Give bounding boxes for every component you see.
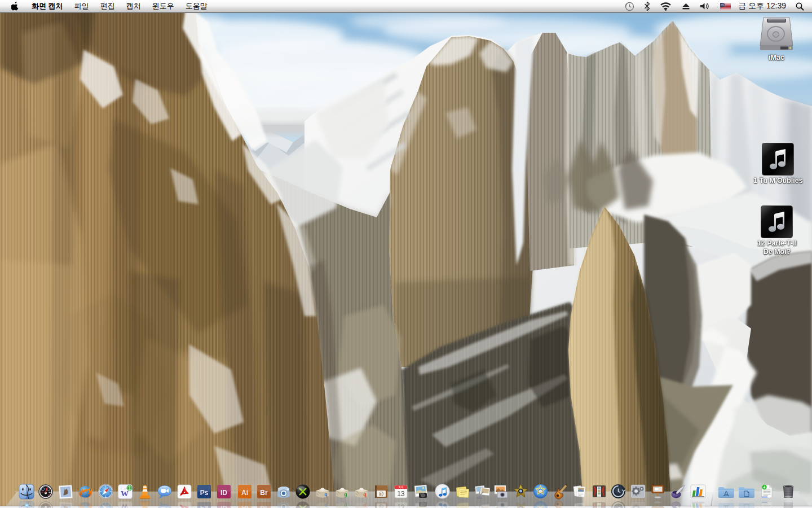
svg-text:g: g: [344, 492, 347, 497]
svg-text:Br: Br: [260, 504, 268, 508]
svg-text:g: g: [344, 503, 347, 508]
svg-text:q: q: [363, 503, 367, 508]
svg-text:ID: ID: [220, 489, 227, 497]
svg-text:q: q: [363, 492, 367, 497]
svg-text:Ps: Ps: [200, 504, 209, 508]
svg-text:Ai: Ai: [241, 504, 248, 508]
svg-text:13: 13: [397, 490, 405, 498]
svg-text:Br: Br: [260, 489, 268, 497]
svg-text:q: q: [324, 503, 328, 508]
svg-text:q: q: [324, 492, 328, 497]
svg-text:JUL: JUL: [399, 485, 404, 489]
svg-text:@: @: [378, 503, 383, 508]
svg-text:w: w: [121, 502, 129, 508]
svg-text:Ps: Ps: [200, 489, 209, 497]
svg-text:Ai: Ai: [241, 489, 248, 497]
svg-text:@: @: [378, 491, 383, 497]
svg-text:13: 13: [397, 503, 405, 508]
svg-text:ID: ID: [220, 504, 227, 508]
